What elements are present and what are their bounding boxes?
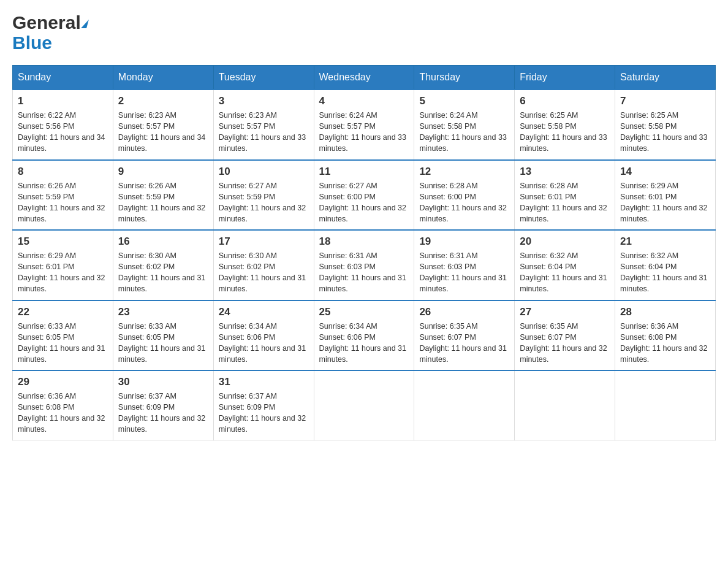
calendar-cell: 17 Sunrise: 6:30 AMSunset: 6:02 PMDaylig… (213, 230, 314, 301)
calendar-cell: 6 Sunrise: 6:25 AMSunset: 5:58 PMDayligh… (515, 90, 615, 160)
calendar-week-row: 29 Sunrise: 6:36 AMSunset: 6:08 PMDaylig… (13, 370, 716, 440)
day-number: 1 (18, 95, 108, 107)
day-number: 29 (18, 376, 108, 388)
day-number: 2 (118, 95, 208, 107)
day-number: 12 (419, 166, 509, 178)
logo-general: General (12, 12, 81, 33)
calendar-cell: 9 Sunrise: 6:26 AMSunset: 5:59 PMDayligh… (113, 160, 213, 231)
calendar-week-row: 8 Sunrise: 6:26 AMSunset: 5:59 PMDayligh… (13, 160, 716, 231)
day-info: Sunrise: 6:36 AMSunset: 6:08 PMDaylight:… (620, 321, 710, 366)
day-info: Sunrise: 6:34 AMSunset: 6:06 PMDaylight:… (219, 321, 309, 366)
calendar-cell: 19 Sunrise: 6:31 AMSunset: 6:03 PMDaylig… (414, 230, 515, 301)
calendar-cell: 7 Sunrise: 6:25 AMSunset: 5:58 PMDayligh… (615, 90, 716, 160)
page-header: General Blue (12, 12, 716, 53)
calendar-cell: 24 Sunrise: 6:34 AMSunset: 6:06 PMDaylig… (213, 301, 314, 371)
day-number: 31 (219, 376, 309, 388)
day-info: Sunrise: 6:27 AMSunset: 6:00 PMDaylight:… (319, 180, 409, 225)
day-info: Sunrise: 6:24 AMSunset: 5:57 PMDaylight:… (319, 110, 409, 155)
logo-blue: Blue (12, 33, 52, 53)
calendar-cell: 20 Sunrise: 6:32 AMSunset: 6:04 PMDaylig… (515, 230, 615, 301)
calendar-cell: 14 Sunrise: 6:29 AMSunset: 6:01 PMDaylig… (615, 160, 716, 231)
day-number: 23 (118, 306, 208, 318)
day-info: Sunrise: 6:24 AMSunset: 5:58 PMDaylight:… (419, 110, 509, 155)
header-friday: Friday (515, 66, 615, 90)
day-info: Sunrise: 6:25 AMSunset: 5:58 PMDaylight:… (620, 110, 710, 155)
day-info: Sunrise: 6:31 AMSunset: 6:03 PMDaylight:… (419, 250, 509, 295)
header-wednesday: Wednesday (314, 66, 414, 90)
calendar-cell (414, 370, 515, 440)
day-info: Sunrise: 6:33 AMSunset: 6:05 PMDaylight:… (18, 321, 108, 366)
day-number: 3 (219, 95, 309, 107)
day-info: Sunrise: 6:32 AMSunset: 6:04 PMDaylight:… (520, 250, 610, 295)
header-thursday: Thursday (414, 66, 515, 90)
calendar-week-row: 15 Sunrise: 6:29 AMSunset: 6:01 PMDaylig… (13, 230, 716, 301)
day-number: 7 (620, 95, 710, 107)
day-number: 22 (18, 306, 108, 318)
calendar-cell (615, 370, 716, 440)
day-number: 9 (118, 166, 208, 178)
calendar-cell: 12 Sunrise: 6:28 AMSunset: 6:00 PMDaylig… (414, 160, 515, 231)
day-info: Sunrise: 6:35 AMSunset: 6:07 PMDaylight:… (419, 321, 509, 366)
day-info: Sunrise: 6:33 AMSunset: 6:05 PMDaylight:… (118, 321, 208, 366)
day-number: 30 (118, 376, 208, 388)
day-number: 5 (419, 95, 509, 107)
day-number: 18 (319, 236, 409, 248)
calendar-table: SundayMondayTuesdayWednesdayThursdayFrid… (12, 65, 716, 441)
header-sunday: Sunday (13, 66, 113, 90)
day-info: Sunrise: 6:26 AMSunset: 5:59 PMDaylight:… (18, 180, 108, 225)
calendar-week-row: 22 Sunrise: 6:33 AMSunset: 6:05 PMDaylig… (13, 301, 716, 371)
day-number: 6 (520, 95, 610, 107)
logo: General Blue (12, 12, 88, 53)
day-info: Sunrise: 6:37 AMSunset: 6:09 PMDaylight:… (219, 391, 309, 435)
day-info: Sunrise: 6:36 AMSunset: 6:08 PMDaylight:… (18, 391, 108, 435)
calendar-cell: 1 Sunrise: 6:22 AMSunset: 5:56 PMDayligh… (13, 90, 113, 160)
day-info: Sunrise: 6:29 AMSunset: 6:01 PMDaylight:… (18, 250, 108, 295)
calendar-cell: 18 Sunrise: 6:31 AMSunset: 6:03 PMDaylig… (314, 230, 414, 301)
calendar-cell: 22 Sunrise: 6:33 AMSunset: 6:05 PMDaylig… (13, 301, 113, 371)
calendar-cell: 31 Sunrise: 6:37 AMSunset: 6:09 PMDaylig… (213, 370, 314, 440)
calendar-cell: 13 Sunrise: 6:28 AMSunset: 6:01 PMDaylig… (515, 160, 615, 231)
calendar-cell: 29 Sunrise: 6:36 AMSunset: 6:08 PMDaylig… (13, 370, 113, 440)
day-info: Sunrise: 6:23 AMSunset: 5:57 PMDaylight:… (219, 110, 309, 155)
calendar-cell: 27 Sunrise: 6:35 AMSunset: 6:07 PMDaylig… (515, 301, 615, 371)
day-number: 17 (219, 236, 309, 248)
calendar-cell: 8 Sunrise: 6:26 AMSunset: 5:59 PMDayligh… (13, 160, 113, 231)
day-info: Sunrise: 6:25 AMSunset: 5:58 PMDaylight:… (520, 110, 610, 155)
calendar-cell: 30 Sunrise: 6:37 AMSunset: 6:09 PMDaylig… (113, 370, 213, 440)
calendar-cell: 10 Sunrise: 6:27 AMSunset: 5:59 PMDaylig… (213, 160, 314, 231)
header-saturday: Saturday (615, 66, 716, 90)
calendar-cell: 2 Sunrise: 6:23 AMSunset: 5:57 PMDayligh… (113, 90, 213, 160)
day-info: Sunrise: 6:29 AMSunset: 6:01 PMDaylight:… (620, 180, 710, 225)
calendar-cell: 26 Sunrise: 6:35 AMSunset: 6:07 PMDaylig… (414, 301, 515, 371)
day-number: 14 (620, 166, 710, 178)
header-monday: Monday (113, 66, 213, 90)
day-number: 16 (118, 236, 208, 248)
day-info: Sunrise: 6:22 AMSunset: 5:56 PMDaylight:… (18, 110, 108, 155)
calendar-cell: 11 Sunrise: 6:27 AMSunset: 6:00 PMDaylig… (314, 160, 414, 231)
calendar-cell: 15 Sunrise: 6:29 AMSunset: 6:01 PMDaylig… (13, 230, 113, 301)
day-number: 26 (419, 306, 509, 318)
calendar-cell: 3 Sunrise: 6:23 AMSunset: 5:57 PMDayligh… (213, 90, 314, 160)
day-number: 13 (520, 166, 610, 178)
day-info: Sunrise: 6:35 AMSunset: 6:07 PMDaylight:… (520, 321, 610, 366)
calendar-week-row: 1 Sunrise: 6:22 AMSunset: 5:56 PMDayligh… (13, 90, 716, 160)
day-info: Sunrise: 6:23 AMSunset: 5:57 PMDaylight:… (118, 110, 208, 155)
calendar-header-row: SundayMondayTuesdayWednesdayThursdayFrid… (13, 66, 716, 90)
day-info: Sunrise: 6:30 AMSunset: 6:02 PMDaylight:… (118, 250, 208, 295)
day-number: 20 (520, 236, 610, 248)
header-tuesday: Tuesday (213, 66, 314, 90)
day-info: Sunrise: 6:28 AMSunset: 6:01 PMDaylight:… (520, 180, 610, 225)
day-info: Sunrise: 6:34 AMSunset: 6:06 PMDaylight:… (319, 321, 409, 366)
calendar-cell: 4 Sunrise: 6:24 AMSunset: 5:57 PMDayligh… (314, 90, 414, 160)
calendar-cell: 5 Sunrise: 6:24 AMSunset: 5:58 PMDayligh… (414, 90, 515, 160)
day-info: Sunrise: 6:32 AMSunset: 6:04 PMDaylight:… (620, 250, 710, 295)
day-info: Sunrise: 6:28 AMSunset: 6:00 PMDaylight:… (419, 180, 509, 225)
day-info: Sunrise: 6:27 AMSunset: 5:59 PMDaylight:… (219, 180, 309, 225)
day-number: 15 (18, 236, 108, 248)
calendar-cell (314, 370, 414, 440)
calendar-cell: 16 Sunrise: 6:30 AMSunset: 6:02 PMDaylig… (113, 230, 213, 301)
day-number: 27 (520, 306, 610, 318)
calendar-cell: 25 Sunrise: 6:34 AMSunset: 6:06 PMDaylig… (314, 301, 414, 371)
day-info: Sunrise: 6:26 AMSunset: 5:59 PMDaylight:… (118, 180, 208, 225)
day-number: 4 (319, 95, 409, 107)
